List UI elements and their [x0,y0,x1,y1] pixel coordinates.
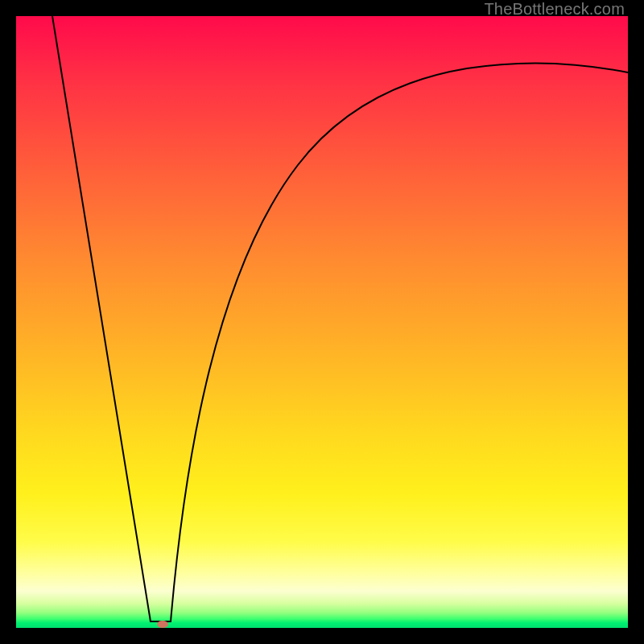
chart-frame: TheBottleneck.com [0,0,644,644]
plot-area [16,16,628,628]
curve-left-segment [52,16,151,621]
curve-right-segment [171,64,628,621]
attribution-label: TheBottleneck.com [484,0,625,19]
bottleneck-curve [16,16,628,628]
